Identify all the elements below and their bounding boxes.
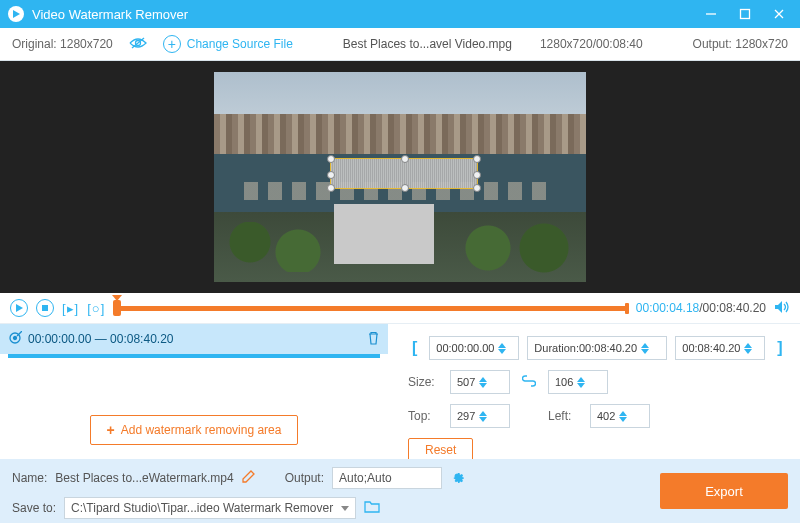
segment-row[interactable]: 00:00:00.00 — 00:08:40.20	[0, 324, 388, 354]
svg-marker-0	[13, 10, 20, 18]
range-start-input[interactable]: 00:00:00.00	[429, 336, 519, 360]
left-label: Left:	[548, 409, 582, 423]
frame-capture-button[interactable]: [○]	[87, 301, 105, 316]
timeline-thumb[interactable]	[113, 300, 121, 316]
top-input[interactable]: 297	[450, 404, 510, 428]
left-input[interactable]: 402	[590, 404, 650, 428]
original-size-label: Original: 1280x720	[12, 37, 113, 51]
output-size-label: Output: 1280x720	[693, 37, 788, 51]
save-path-value: C:\Tipard Studio\Tipar...ideo Watermark …	[71, 501, 333, 515]
svg-rect-2	[741, 10, 750, 19]
video-frame	[214, 72, 586, 282]
segment-timeline-strip[interactable]	[8, 354, 380, 358]
size-height-input[interactable]: 106	[548, 370, 608, 394]
timeline-slider[interactable]	[113, 302, 628, 314]
video-preview-area[interactable]	[0, 61, 800, 293]
frame-back-button[interactable]: [▸]	[62, 301, 79, 316]
properties-panel: [ 00:00:00.00 Duration:00:08:40.20 00:08…	[388, 324, 800, 459]
top-label: Top:	[408, 409, 442, 423]
output-label: Output:	[285, 471, 324, 485]
bottom-bar: Name: Best Places to...eWatermark.mp4 Ou…	[0, 459, 800, 523]
range-end-bracket-button[interactable]: ]	[773, 339, 786, 357]
title-bar: Video Watermark Remover	[0, 0, 800, 28]
output-name-value: Best Places to...eWatermark.mp4	[55, 471, 233, 485]
watermark-selection-box[interactable]	[330, 158, 478, 189]
export-button[interactable]: Export	[660, 473, 788, 509]
svg-marker-7	[16, 304, 23, 312]
playback-bar: [▸] [○] 00:00:04.18/00:08:40.20	[0, 293, 800, 323]
volume-button[interactable]	[774, 300, 790, 317]
size-label: Size:	[408, 375, 442, 389]
delete-segment-button[interactable]	[367, 331, 380, 348]
size-link-toggle[interactable]	[518, 375, 540, 390]
svg-point-10	[14, 336, 17, 339]
add-watermark-area-button[interactable]: + Add watermark removing area	[90, 415, 299, 445]
output-settings-button[interactable]	[450, 469, 465, 487]
maximize-button[interactable]	[728, 0, 762, 28]
segment-range-label: 00:00:00.00 — 00:08:40.20	[28, 332, 361, 346]
close-button[interactable]	[762, 0, 796, 28]
range-duration-input[interactable]: Duration:00:08:40.20	[527, 336, 667, 360]
segment-target-icon	[8, 331, 22, 348]
range-end-input[interactable]: 00:08:40.20	[675, 336, 765, 360]
chevron-down-icon	[341, 506, 349, 511]
file-dimensions-duration: 1280x720/00:08:40	[540, 37, 643, 51]
save-path-select[interactable]: C:\Tipard Studio\Tipar...ideo Watermark …	[64, 497, 356, 519]
save-to-label: Save to:	[12, 501, 56, 515]
stop-button[interactable]	[36, 299, 54, 317]
change-source-label: Change Source File	[187, 37, 293, 51]
edit-panels: 00:00:00.00 — 00:08:40.20 + Add watermar…	[0, 323, 800, 459]
open-folder-button[interactable]	[364, 500, 380, 516]
add-area-label: Add watermark removing area	[121, 423, 282, 437]
timecode-display: 00:00:04.18/00:08:40.20	[636, 301, 766, 315]
plus-circle-icon: +	[163, 35, 181, 53]
name-label: Name:	[12, 471, 47, 485]
plus-icon: +	[107, 422, 115, 438]
size-width-input[interactable]: 507	[450, 370, 510, 394]
edit-name-button[interactable]	[242, 470, 255, 486]
output-profile-select[interactable]: Auto;Auto	[332, 467, 442, 489]
minimize-button[interactable]	[694, 0, 728, 28]
play-button[interactable]	[10, 299, 28, 317]
svg-rect-8	[42, 305, 48, 311]
current-file-name: Best Places to...avel Video.mpg	[343, 37, 512, 51]
top-toolbar: Original: 1280x720 + Change Source File …	[0, 28, 800, 61]
segments-panel: 00:00:00.00 — 00:08:40.20 + Add watermar…	[0, 324, 388, 459]
change-source-button[interactable]: + Change Source File	[163, 35, 293, 53]
app-logo-icon	[8, 6, 24, 22]
app-title: Video Watermark Remover	[32, 7, 694, 22]
range-start-bracket-button[interactable]: [	[408, 339, 421, 357]
preview-toggle-icon[interactable]	[129, 36, 147, 53]
